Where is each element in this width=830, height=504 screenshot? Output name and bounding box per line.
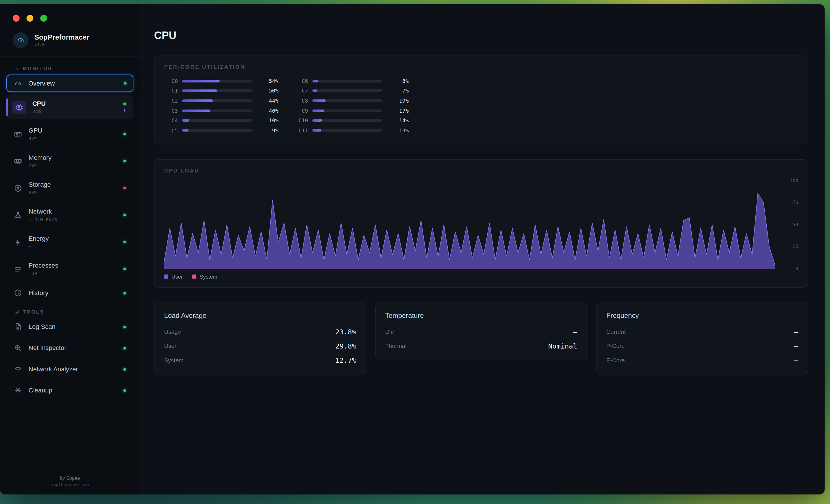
- item-label: Storage: [29, 181, 117, 189]
- stat-card-title: Temperature: [385, 311, 577, 319]
- sidebar-item-gpu[interactable]: GPU42%: [6, 122, 133, 146]
- status-dot: [123, 368, 126, 370]
- status-dot: [123, 133, 126, 135]
- item-status-block: ›: [123, 102, 126, 112]
- sidebar-item-history[interactable]: History: [6, 284, 133, 302]
- core-row-c11: C1113%: [294, 126, 409, 135]
- cpu-load-label: CPU LOAD: [164, 167, 798, 173]
- status-dot: [123, 160, 126, 162]
- core-id-label: C9: [294, 108, 308, 113]
- credit-site-link[interactable]: sopthedrone.com: [0, 482, 140, 487]
- credit-text: by Sopee: [0, 475, 140, 480]
- chevron-right-icon[interactable]: ›: [124, 107, 126, 112]
- y-tick-label: 75: [792, 200, 798, 205]
- core-usage-fill: [312, 99, 326, 102]
- core-usage-fill: [312, 119, 322, 122]
- y-tick-label: 50: [792, 222, 798, 227]
- core-pct-value: 50%: [256, 88, 279, 94]
- sidebar-item-storage[interactable]: Storage96%: [6, 176, 133, 200]
- item-label: History: [29, 289, 117, 297]
- stat-row-label: E-Core: [606, 357, 625, 363]
- core-row-c1: C150%: [164, 86, 278, 96]
- sidebar-item-network-analyzer[interactable]: Network Analyzer: [6, 360, 133, 378]
- core-row-c2: C244%: [164, 96, 278, 106]
- core-usage-bar: [182, 90, 252, 92]
- core-id-label: C11: [294, 128, 308, 133]
- item-label: Cleanup: [29, 387, 117, 394]
- item-label: GPU: [29, 127, 117, 134]
- gpu-icon: [14, 130, 22, 138]
- core-row-c10: C1014%: [294, 115, 409, 126]
- sidebar-item-overview[interactable]: Overview: [6, 74, 133, 92]
- section-label-text: MONITOR: [23, 66, 53, 71]
- sidebar-item-processes[interactable]: ProcessesTOP: [6, 257, 133, 280]
- core-id-label: C0: [164, 78, 178, 84]
- core-pct-value: 19%: [386, 98, 409, 104]
- core-pct-value: 10%: [256, 117, 279, 124]
- item-sub-value: TOP: [29, 271, 117, 276]
- core-usage-fill: [182, 90, 217, 92]
- stat-row-value: —: [794, 342, 798, 350]
- stat-row-usage: Usage23.8%: [164, 325, 356, 339]
- zoom-button[interactable]: [40, 15, 47, 22]
- item-text-block: Storage96%: [29, 181, 117, 195]
- sidebar-item-cpu[interactable]: CPU24%›: [6, 95, 133, 119]
- storage-icon: [14, 184, 22, 192]
- item-sub-value: 24%: [32, 109, 117, 114]
- y-tick-label: 100: [790, 178, 798, 183]
- item-sub-value: 96%: [29, 190, 117, 195]
- stat-row-label: Die: [385, 329, 394, 335]
- item-label: Overview: [28, 79, 118, 87]
- sidebar-nav: MONITOROverviewCPU24%›GPU42%Memory70%Sto…: [0, 57, 140, 469]
- core-usage-bar: [312, 99, 382, 102]
- status-dot: [123, 389, 126, 392]
- app-name: SopPreformacer: [34, 33, 89, 41]
- app-header: SopPreformacer v1.0: [0, 22, 140, 57]
- stat-cards-row: Load AverageUsage23.8%User29.8%System12.…: [154, 302, 808, 374]
- core-id-label: C6: [294, 78, 308, 84]
- core-pct-value: 40%: [256, 108, 279, 113]
- core-usage-bar: [312, 80, 382, 82]
- sidebar-item-log-scan[interactable]: Log Scan: [6, 318, 133, 336]
- sidebar-item-memory[interactable]: Memory70%: [6, 149, 133, 173]
- desktop-background: SopPreformacer v1.0 MONITOROverviewCPU24…: [0, 0, 830, 504]
- item-status-block: [123, 241, 126, 243]
- core-usage-bar: [182, 99, 252, 102]
- item-status-block: [123, 268, 126, 270]
- core-row-c5: C59%: [164, 126, 278, 135]
- core-usage-bar: [182, 109, 252, 112]
- sidebar-item-net-inspector[interactable]: Net Inspector: [6, 339, 133, 357]
- stat-row-label: User: [164, 343, 177, 349]
- core-usage-bar: [182, 129, 252, 132]
- sidebar-item-cleanup[interactable]: Cleanup: [6, 381, 133, 399]
- core-id-label: C8: [294, 98, 308, 104]
- legend-item-system: System: [192, 274, 218, 279]
- stat-row-value: —: [794, 328, 798, 336]
- stat-row-label: Usage: [164, 329, 181, 335]
- sidebar-item-energy[interactable]: Energy—: [6, 230, 133, 254]
- gauge-icon: [13, 79, 22, 88]
- core-usage-bar: [312, 109, 382, 112]
- log-icon: [14, 323, 22, 331]
- cpu-load-chart: 1007550250: [164, 180, 798, 268]
- item-status-block: [123, 213, 126, 216]
- status-dot: [123, 187, 126, 189]
- item-sub-value: 114.0 KB/s: [29, 217, 117, 222]
- item-text-block: History: [29, 289, 117, 297]
- item-label: Net Inspector: [29, 344, 117, 352]
- sidebar-item-network[interactable]: Network114.0 KB/s: [6, 203, 133, 227]
- core-pct-value: 8%: [386, 78, 409, 84]
- item-status-block: [123, 347, 126, 349]
- core-pct-value: 17%: [386, 108, 409, 113]
- stat-row-label: Thermal: [385, 343, 407, 349]
- core-id-label: C2: [164, 98, 178, 104]
- close-button[interactable]: [13, 15, 20, 22]
- wrench-icon: [15, 309, 20, 314]
- legend-label: System: [199, 274, 217, 279]
- core-usage-fill: [312, 109, 324, 112]
- core-pct-value: 9%: [256, 128, 279, 133]
- stat-card-load-average: Load AverageUsage23.8%User29.8%System12.…: [154, 302, 366, 374]
- item-sub-value: 70%: [29, 163, 117, 168]
- core-usage-fill: [182, 109, 210, 112]
- minimize-button[interactable]: [27, 15, 34, 22]
